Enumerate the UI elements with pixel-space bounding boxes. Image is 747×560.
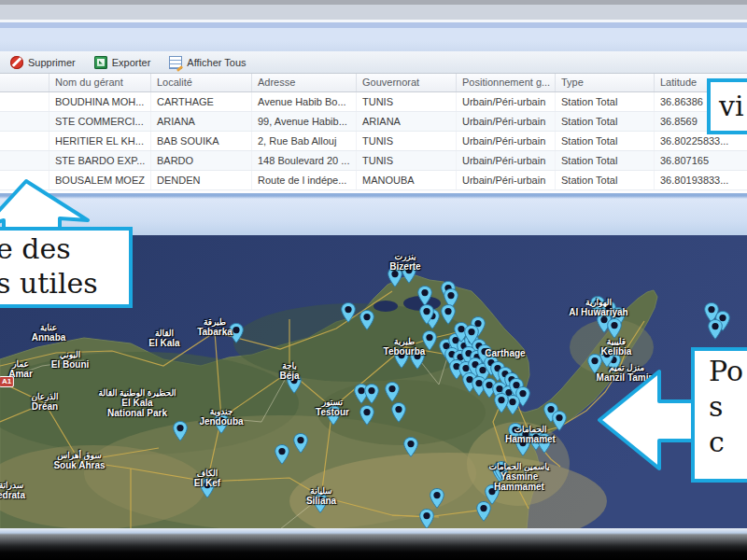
- table-cell: ARIANA: [357, 112, 457, 131]
- taskbar: [0, 528, 747, 560]
- table-row[interactable]: BOUDHINA MOH...CARTHAGEAvenue Habib Bo..…: [0, 92, 747, 112]
- map-pin[interactable]: [607, 318, 622, 339]
- table-cell: Urbain/Péri-urbain: [457, 132, 556, 150]
- column-header[interactable]: Adresse: [252, 74, 357, 91]
- table-cell: BAB SOUIKA: [151, 132, 252, 150]
- table-cell: TUNIS: [357, 132, 457, 150]
- map-pin[interactable]: [326, 405, 341, 426]
- map-pin[interactable]: [419, 304, 434, 325]
- column-header[interactable]: Localité: [151, 74, 252, 91]
- map-pin[interactable]: [229, 323, 244, 343]
- map-pin[interactable]: [364, 384, 379, 404]
- stations-table: Nom du gérantLocalitéAdresseGouvernoratP…: [0, 74, 747, 199]
- map-pin[interactable]: [403, 437, 418, 457]
- application-window: Supprimer Exporter Afficher Tous Nom du …: [0, 0, 747, 560]
- table-cell: DENDEN: [151, 171, 252, 189]
- exporter-label: Exporter: [112, 57, 151, 68]
- table-cell: BARDO: [151, 151, 252, 170]
- table-cell: Urbain/Péri-urbain: [457, 92, 556, 111]
- table-cell: Station Total: [556, 171, 655, 189]
- top-right-callout-line1: vi: [719, 82, 747, 131]
- map-pin[interactable]: [275, 444, 289, 465]
- right-callout-line3: c: [709, 425, 747, 460]
- map-pin[interactable]: [214, 413, 229, 434]
- top-right-callout: vi: [707, 78, 747, 134]
- table-body: BOUDHINA MOH...CARTHAGEAvenue Habib Bo..…: [0, 92, 747, 190]
- table-cell: CARTHAGE: [151, 92, 252, 111]
- table-cell: Station Total: [556, 132, 655, 150]
- map-pin[interactable]: [430, 488, 444, 509]
- right-callout-line1: Po: [709, 354, 747, 389]
- left-callout: e des s utiles: [0, 227, 133, 308]
- map-pin[interactable]: [402, 263, 416, 284]
- left-callout-line2: s utiles: [0, 266, 129, 301]
- table-cell: Station Total: [556, 151, 655, 170]
- row-selector-cell[interactable]: [0, 132, 49, 150]
- table-cell: 99, Avenue Habib...: [252, 112, 357, 131]
- map-pin[interactable]: [388, 267, 402, 287]
- map-pin[interactable]: [385, 382, 400, 402]
- map-pin[interactable]: [494, 461, 509, 482]
- map-pin[interactable]: [552, 411, 567, 431]
- map-pin[interactable]: [422, 330, 437, 351]
- map-pin[interactable]: [410, 349, 425, 370]
- table-row[interactable]: STE BARDO EXP...BARDO148 Boulevard 20 ..…: [0, 151, 747, 171]
- table-cell: TUNIS: [357, 92, 457, 111]
- map-pin[interactable]: [173, 421, 188, 441]
- table-cell: TUNIS: [357, 151, 457, 170]
- export-icon: [94, 56, 107, 69]
- table-cell: Station Total: [556, 92, 655, 111]
- map-pin[interactable]: [313, 493, 328, 513]
- row-selector-cell[interactable]: [0, 92, 49, 111]
- map-pin[interactable]: [293, 433, 308, 454]
- map-pin[interactable]: [417, 286, 432, 306]
- exporter-button[interactable]: Exporter: [92, 54, 154, 71]
- window-chrome: [0, 0, 747, 51]
- table-cell: HERITIER EL KH...: [49, 132, 151, 150]
- map-pin[interactable]: [494, 393, 509, 413]
- show-all-icon: [169, 56, 182, 69]
- map-pin[interactable]: [419, 509, 434, 529]
- map-pin[interactable]: [515, 436, 530, 456]
- table-cell: 2, Rue Bab Allouj: [252, 132, 357, 150]
- table-cell: STE COMMERCI...: [49, 112, 151, 131]
- map-pin[interactable]: [464, 325, 479, 345]
- map-pin[interactable]: [287, 373, 302, 394]
- row-selector-cell[interactable]: [0, 112, 49, 131]
- table-row[interactable]: BOUSALEM MOEZDENDENRoute de l indépe...M…: [0, 171, 747, 190]
- map-pin[interactable]: [359, 310, 374, 330]
- table-cell: 148 Boulevard 20 ...: [252, 151, 357, 170]
- map-pin[interactable]: [391, 402, 406, 423]
- table-cell: BOUDHINA MOH...: [49, 92, 151, 111]
- map-pin[interactable]: [476, 501, 491, 522]
- table-cell: Route de l indépe...: [252, 171, 357, 189]
- left-callout-line1: e des: [0, 231, 129, 266]
- table-row[interactable]: STE COMMERCI...ARIANA99, Avenue Habib...…: [0, 112, 747, 132]
- row-selector-cell[interactable]: [0, 151, 49, 170]
- column-header[interactable]: Gouvernorat: [357, 74, 457, 91]
- table-cell: Station Total: [556, 112, 655, 131]
- table-cell: Avenue Habib Bo...: [252, 92, 357, 111]
- table-cell: Urbain/Péri-urbain: [457, 112, 556, 131]
- map-pin[interactable]: [537, 433, 552, 454]
- table-cell: Urbain/Péri-urbain: [457, 151, 556, 170]
- table-row[interactable]: HERITIER EL KH...BAB SOUIKA2, Rue Bab Al…: [0, 132, 747, 151]
- selector-column-header[interactable]: [0, 74, 49, 91]
- map-pin[interactable]: [200, 478, 215, 498]
- column-header[interactable]: Type: [556, 74, 655, 91]
- table-header: Nom du gérantLocalitéAdresseGouvernoratP…: [0, 74, 747, 92]
- table-cell: STE BARDO EXP...: [49, 151, 151, 170]
- column-header[interactable]: Nom du gérant: [49, 74, 151, 91]
- map-pin[interactable]: [359, 405, 374, 426]
- table-cell: 36.807165: [655, 151, 747, 170]
- column-header[interactable]: Positionnement g...: [457, 74, 556, 91]
- afficher-tous-label: Afficher Tous: [187, 57, 246, 68]
- map-pin[interactable]: [341, 302, 356, 323]
- supprimer-label: Supprimer: [28, 57, 76, 68]
- map-pin[interactable]: [708, 319, 723, 340]
- table-cell: MANOUBA: [357, 171, 457, 189]
- afficher-tous-button[interactable]: Afficher Tous: [166, 54, 248, 71]
- table-cell: 36.80225833...: [655, 132, 747, 150]
- supprimer-button[interactable]: Supprimer: [7, 54, 78, 71]
- map-pin[interactable]: [394, 348, 409, 369]
